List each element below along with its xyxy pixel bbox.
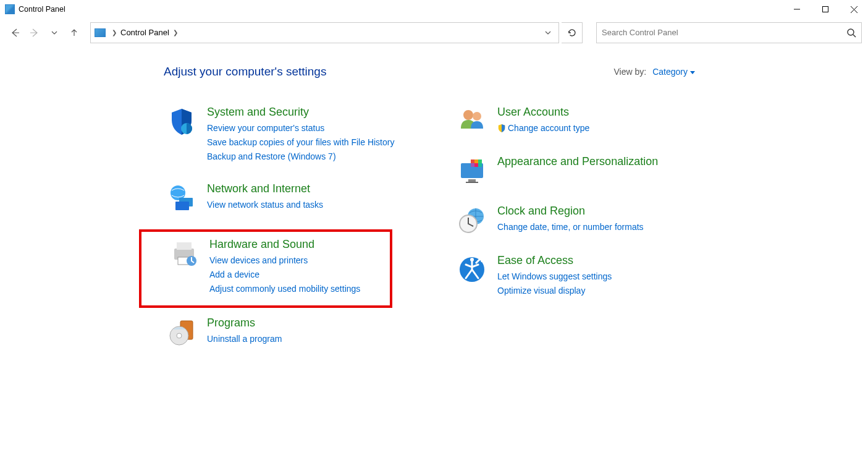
category-link[interactable]: Uninstall a program xyxy=(207,332,282,346)
svg-rect-1 xyxy=(823,7,828,12)
svg-rect-26 xyxy=(471,163,474,167)
category-title[interactable]: Appearance and Personalization xyxy=(497,155,658,168)
category-title[interactable]: Clock and Region xyxy=(497,205,644,218)
category-link[interactable]: Backup and Restore (Windows 7) xyxy=(207,150,394,164)
category-title[interactable]: Programs xyxy=(207,317,282,330)
breadcrumb-separator-icon: ❯ xyxy=(169,29,182,36)
maximize-button[interactable] xyxy=(811,0,840,19)
svg-line-5 xyxy=(853,35,856,37)
back-button[interactable] xyxy=(6,24,23,41)
category-clock-region: Clock and Region Change date, time, or n… xyxy=(454,202,701,238)
view-by-control: View by: Category xyxy=(614,67,695,77)
window-titlebar: Control Panel xyxy=(0,0,868,19)
close-button[interactable] xyxy=(840,0,868,19)
category-link[interactable]: Save backup copies of your files with Fi… xyxy=(207,135,394,150)
view-by-label: View by: xyxy=(614,67,647,77)
search-icon xyxy=(846,28,856,38)
category-programs: Programs Uninstall a program xyxy=(164,314,411,350)
category-appearance: Appearance and Personalization xyxy=(454,153,701,189)
category-title[interactable]: User Accounts xyxy=(497,106,589,119)
disc-box-icon xyxy=(166,317,197,347)
svg-rect-11 xyxy=(177,242,192,250)
window-title: Control Panel xyxy=(19,5,65,14)
category-system-security: System and Security Review your computer… xyxy=(164,103,411,166)
control-panel-icon xyxy=(95,28,106,37)
category-hardware-sound: Hardware and Sound View devices and prin… xyxy=(166,236,387,299)
navigation-bar: ❯ Control Panel ❯ xyxy=(0,19,868,46)
uac-shield-icon xyxy=(497,124,506,132)
address-history-dropdown[interactable] xyxy=(540,23,556,43)
category-column-right: User Accounts Change account type Appear… xyxy=(454,103,701,364)
svg-rect-23 xyxy=(471,159,474,163)
svg-rect-9 xyxy=(175,202,189,210)
up-button[interactable] xyxy=(65,24,83,41)
breadcrumb-separator-icon: ❯ xyxy=(108,29,120,36)
page-heading: Adjust your computer's settings xyxy=(164,65,326,79)
svg-rect-28 xyxy=(478,163,482,167)
monitor-colors-icon xyxy=(457,155,487,186)
svg-point-18 xyxy=(463,110,473,120)
view-by-dropdown[interactable]: Category xyxy=(652,67,695,77)
svg-rect-25 xyxy=(478,159,482,163)
svg-rect-24 xyxy=(474,159,478,163)
globe-network-icon xyxy=(166,182,197,213)
svg-rect-27 xyxy=(474,163,478,167)
search-box[interactable] xyxy=(596,22,862,43)
category-link[interactable]: Add a device xyxy=(209,268,360,282)
category-title[interactable]: Ease of Access xyxy=(497,254,612,267)
category-network-internet: Network and Internet View network status… xyxy=(164,180,411,216)
recent-locations-dropdown[interactable] xyxy=(46,24,63,41)
category-link[interactable]: View devices and printers xyxy=(209,253,360,268)
svg-rect-21 xyxy=(468,179,476,182)
category-link[interactable]: Adjust commonly used mobility settings xyxy=(209,282,360,296)
category-user-accounts: User Accounts Change account type xyxy=(454,103,701,139)
svg-point-17 xyxy=(177,333,182,338)
clock-globe-icon xyxy=(457,205,487,236)
svg-point-32 xyxy=(470,258,474,262)
category-link[interactable]: Review your computer's status xyxy=(207,121,394,135)
highlighted-category-box: Hardware and Sound View devices and prin… xyxy=(139,229,392,307)
content-area: Adjust your computer's settings View by:… xyxy=(0,46,868,364)
category-link[interactable]: Change account type xyxy=(497,121,589,135)
category-title[interactable]: Network and Internet xyxy=(207,182,323,195)
breadcrumb-root[interactable]: Control Panel xyxy=(120,28,169,37)
category-link[interactable]: Let Windows suggest settings xyxy=(497,270,612,284)
control-panel-icon xyxy=(5,4,15,14)
minimize-button[interactable] xyxy=(783,0,811,19)
category-title[interactable]: System and Security xyxy=(207,106,394,119)
category-ease-of-access: Ease of Access Let Windows suggest setti… xyxy=(454,252,701,300)
shield-icon xyxy=(166,106,197,137)
category-column-left: System and Security Review your computer… xyxy=(164,103,411,364)
category-title[interactable]: Hardware and Sound xyxy=(209,238,360,251)
forward-button[interactable] xyxy=(26,24,43,41)
ease-of-access-icon xyxy=(457,254,487,285)
search-input[interactable] xyxy=(602,28,846,37)
people-icon xyxy=(457,106,487,137)
category-link[interactable]: Optimize visual display xyxy=(497,284,612,298)
address-bar[interactable]: ❯ Control Panel ❯ xyxy=(90,22,559,43)
refresh-button[interactable] xyxy=(562,22,583,43)
svg-point-19 xyxy=(473,112,481,121)
svg-rect-22 xyxy=(466,182,478,183)
category-link[interactable]: View network status and tasks xyxy=(207,198,323,212)
printer-icon xyxy=(169,238,200,269)
svg-point-4 xyxy=(848,29,854,35)
category-link[interactable]: Change date, time, or number formats xyxy=(497,220,644,234)
